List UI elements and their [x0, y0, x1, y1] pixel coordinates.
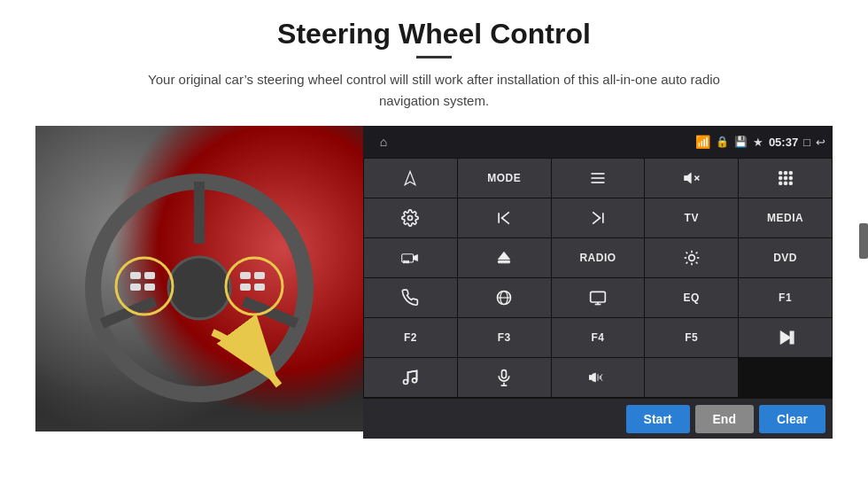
- btn-360cam[interactable]: 360: [364, 238, 457, 277]
- svg-text:360: 360: [404, 260, 410, 264]
- btn-mode[interactable]: MODE: [458, 159, 551, 198]
- top-bar-left: ⌂: [370, 129, 397, 154]
- title-divider: [416, 56, 452, 58]
- bt-icon: ★: [753, 136, 763, 149]
- svg-rect-60: [502, 370, 507, 378]
- square-icon[interactable]: □: [803, 136, 810, 149]
- svg-rect-39: [499, 260, 510, 263]
- btn-f4[interactable]: F4: [552, 318, 645, 357]
- top-bar-right: 📶 🔒 💾 ★ 05:37 □ ↩: [695, 135, 825, 149]
- svg-marker-64: [593, 373, 596, 382]
- button-grid: MODE: [363, 158, 833, 398]
- scrollbar[interactable]: [859, 223, 868, 259]
- btn-screen[interactable]: [552, 278, 645, 317]
- home-icon[interactable]: ⌂: [370, 129, 397, 154]
- btn-media[interactable]: MEDIA: [739, 198, 832, 237]
- btn-eq[interactable]: EQ: [645, 278, 738, 317]
- svg-point-32: [408, 216, 413, 221]
- svg-rect-10: [144, 284, 155, 291]
- content-row: ⌂ 📶 🔒 💾 ★ 05:37 □ ↩: [35, 126, 833, 439]
- svg-rect-26: [779, 176, 781, 179]
- svg-rect-29: [779, 182, 781, 184]
- svg-line-43: [686, 253, 687, 254]
- btn-next[interactable]: [552, 198, 645, 237]
- subtitle: Your original car’s steering wheel contr…: [124, 69, 744, 112]
- svg-line-2: [102, 301, 155, 323]
- svg-line-3: [244, 301, 297, 323]
- svg-rect-30: [784, 182, 787, 184]
- btn-f2[interactable]: F2: [364, 318, 457, 357]
- wifi-icon: 📶: [695, 135, 710, 149]
- clear-button[interactable]: Clear: [759, 405, 825, 433]
- bottom-bar: Start End Clear: [363, 398, 833, 439]
- svg-rect-11: [240, 272, 251, 279]
- btn-bright[interactable]: [645, 238, 738, 277]
- btn-empty[interactable]: [645, 358, 738, 397]
- svg-rect-8: [144, 272, 155, 279]
- btn-list[interactable]: [552, 159, 645, 198]
- svg-marker-16: [406, 172, 416, 185]
- btn-volphone[interactable]: [552, 358, 645, 397]
- btn-apps[interactable]: [739, 159, 832, 198]
- page-title: Steering Wheel Control: [277, 18, 591, 51]
- btn-music[interactable]: [364, 358, 457, 397]
- svg-rect-23: [779, 172, 781, 175]
- btn-tv[interactable]: TV: [645, 198, 738, 237]
- end-button[interactable]: End: [695, 405, 754, 433]
- back-icon[interactable]: ↩: [816, 136, 825, 149]
- btn-playpause[interactable]: [739, 318, 832, 357]
- svg-rect-27: [784, 176, 787, 179]
- lock-icon: 🔒: [716, 136, 729, 148]
- steering-wheel-svg: [75, 155, 323, 403]
- btn-eject[interactable]: [458, 238, 551, 277]
- svg-rect-13: [240, 284, 251, 291]
- btn-nav[interactable]: [364, 159, 457, 198]
- svg-rect-28: [789, 176, 792, 179]
- svg-marker-38: [499, 252, 510, 259]
- svg-marker-55: [780, 331, 791, 345]
- car-image: [35, 126, 363, 431]
- btn-prev[interactable]: [458, 198, 551, 237]
- svg-line-47: [686, 262, 687, 264]
- btn-f1[interactable]: F1: [739, 278, 832, 317]
- svg-point-40: [688, 255, 694, 261]
- btn-f5[interactable]: F5: [645, 318, 738, 357]
- svg-marker-36: [414, 254, 418, 260]
- svg-rect-9: [130, 284, 141, 291]
- svg-marker-20: [684, 173, 691, 183]
- btn-globe[interactable]: [458, 278, 551, 317]
- svg-line-44: [695, 262, 697, 264]
- control-panel: ⌂ 📶 🔒 💾 ★ 05:37 □ ↩: [363, 126, 833, 439]
- svg-rect-25: [789, 172, 792, 175]
- svg-rect-14: [254, 284, 265, 291]
- btn-mic[interactable]: [458, 358, 551, 397]
- svg-rect-31: [789, 182, 792, 184]
- btn-settings[interactable]: [364, 198, 457, 237]
- start-button[interactable]: Start: [626, 405, 690, 433]
- svg-rect-52: [591, 292, 606, 302]
- btn-f3[interactable]: F3: [458, 318, 551, 357]
- btn-mute[interactable]: [645, 159, 738, 198]
- svg-marker-63: [589, 376, 593, 380]
- svg-rect-24: [784, 172, 787, 175]
- btn-dvd[interactable]: DVD: [739, 238, 832, 277]
- svg-rect-12: [254, 272, 265, 279]
- svg-rect-7: [130, 272, 141, 279]
- svg-point-4: [168, 257, 230, 319]
- btn-phone[interactable]: [364, 278, 457, 317]
- btn-radio[interactable]: RADIO: [552, 238, 645, 277]
- panel-top-bar: ⌂ 📶 🔒 💾 ★ 05:37 □ ↩: [363, 126, 833, 158]
- time-display: 05:37: [769, 136, 798, 149]
- sd-icon: 💾: [734, 136, 748, 148]
- svg-line-48: [695, 253, 697, 254]
